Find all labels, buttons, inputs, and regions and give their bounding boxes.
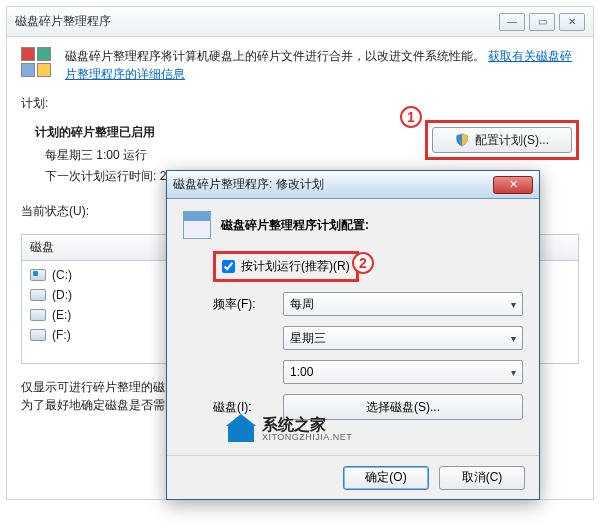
dialog-header: 磁盘碎片整理程序计划配置: [183,211,523,239]
chevron-down-icon: ▾ [511,333,516,344]
defrag-app-icon [21,47,55,81]
time-row: 1:00 ▾ [213,360,523,384]
time-value: 1:00 [290,365,313,379]
config-button-highlight: 配置计划(S)... [425,120,579,160]
drive-icon [30,289,46,301]
cancel-label: 取消(C) [462,469,503,486]
frequency-select[interactable]: 每周 ▾ [283,292,523,316]
chevron-down-icon: ▾ [511,367,516,378]
maximize-button[interactable]: ▭ [529,13,555,31]
disks-label: 磁盘(I): [213,399,283,416]
info-row: 磁盘碎片整理程序将计算机硬盘上的碎片文件进行合并，以改进文件系统性能。 获取有关… [21,47,579,83]
cancel-button[interactable]: 取消(C) [439,466,525,490]
drive-label: (E:) [52,308,71,322]
close-icon: ✕ [568,16,576,27]
shield-icon [455,133,469,147]
modify-schedule-dialog: 磁盘碎片整理程序: 修改计划 ✕ 磁盘碎片整理程序计划配置: 按计划运行(推荐)… [166,170,540,500]
day-row: 星期三 ▾ [213,326,523,350]
run-on-schedule-row: 按计划运行(推荐)(R) [213,251,359,282]
dialog-footer: 确定(O) 取消(C) [167,455,539,499]
calendar-icon [183,211,211,239]
minimize-button[interactable]: — [499,13,525,31]
dialog-body: 磁盘碎片整理程序计划配置: 按计划运行(推荐)(R) 频率(F): 每周 ▾ 星… [167,199,539,430]
run-on-schedule-checkbox[interactable] [222,260,235,273]
frequency-row: 频率(F): 每周 ▾ [213,292,523,316]
drive-icon [30,269,46,281]
chevron-down-icon: ▾ [511,299,516,310]
disks-row: 磁盘(I): 选择磁盘(S)... [213,394,523,420]
main-title: 磁盘碎片整理程序 [15,13,111,30]
main-titlebar[interactable]: 磁盘碎片整理程序 — ▭ ✕ [7,7,593,37]
drive-label: (F:) [52,328,71,342]
configure-schedule-label: 配置计划(S)... [475,132,549,149]
ok-label: 确定(O) [365,469,406,486]
time-select[interactable]: 1:00 ▾ [283,360,523,384]
info-description: 磁盘碎片整理程序将计算机硬盘上的碎片文件进行合并，以改进文件系统性能。 [65,49,485,63]
maximize-icon: ▭ [538,16,547,27]
close-button[interactable]: ✕ [559,13,585,31]
day-select[interactable]: 星期三 ▾ [283,326,523,350]
schedule-section-label: 计划: [21,95,579,112]
frequency-label: 频率(F): [213,296,283,313]
info-text: 磁盘碎片整理程序将计算机硬盘上的碎片文件进行合并，以改进文件系统性能。 获取有关… [65,47,579,83]
drive-label: (D:) [52,288,72,302]
drive-icon [30,309,46,321]
ok-button[interactable]: 确定(O) [343,466,429,490]
frequency-value: 每周 [290,296,314,313]
close-icon: ✕ [509,178,518,191]
dialog-title: 磁盘碎片整理程序: 修改计划 [173,176,324,193]
dialog-header-label: 磁盘碎片整理程序计划配置: [221,217,369,234]
minimize-icon: — [507,16,517,27]
select-disks-label: 选择磁盘(S)... [366,399,440,416]
run-on-schedule-label: 按计划运行(推荐)(R) [241,258,350,275]
dialog-close-button[interactable]: ✕ [493,176,533,194]
dialog-titlebar[interactable]: 磁盘碎片整理程序: 修改计划 ✕ [167,171,539,199]
drive-icon [30,329,46,341]
select-disks-button[interactable]: 选择磁盘(S)... [283,394,523,420]
day-value: 星期三 [290,330,326,347]
drive-label: (C:) [52,268,72,282]
configure-schedule-button[interactable]: 配置计划(S)... [432,127,572,153]
